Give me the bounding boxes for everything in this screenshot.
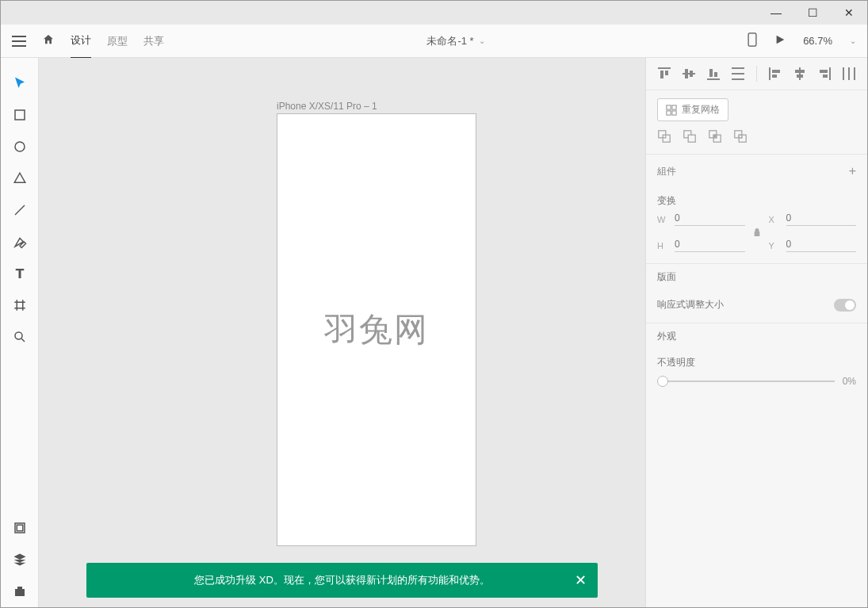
svg-rect-27 [797,75,803,78]
watermark-text: 羽兔网 [324,308,429,352]
layers-panel-icon[interactable] [1,544,39,575]
device-preview-icon[interactable] [748,33,757,49]
svg-rect-15 [690,71,693,77]
x-label: X [769,215,780,224]
svg-rect-16 [707,78,720,80]
responsive-resize-label: 响应式调整大小 [657,298,724,312]
align-row [646,58,867,90]
artboard-tool-icon[interactable] [1,289,39,321]
component-section: 組件 + [646,155,867,188]
svg-rect-9 [17,587,22,589]
hamburger-menu-icon[interactable] [12,36,26,47]
align-top-icon[interactable] [654,63,675,85]
svg-rect-23 [772,70,780,73]
align-vcenter-icon[interactable] [679,63,700,85]
svg-rect-35 [672,105,676,109]
svg-rect-7 [17,525,23,531]
text-tool-icon[interactable] [1,258,39,289]
tab-prototype[interactable]: 原型 [107,25,128,58]
svg-rect-21 [732,78,744,80]
window-close-button[interactable]: ✕ [831,1,867,25]
align-right-icon[interactable] [813,63,835,85]
pen-tool-icon[interactable] [1,226,39,258]
document-dropdown-icon[interactable]: ⌄ [479,36,485,45]
transform-section-title: 变换 [657,194,856,208]
svg-rect-14 [685,69,688,78]
window-minimize-button[interactable]: — [758,1,794,25]
document-title[interactable]: 未命名-1 * [426,34,473,48]
opacity-value[interactable]: 0% [843,376,856,387]
tab-design[interactable]: 设计 [71,24,91,59]
svg-rect-30 [823,75,828,78]
svg-rect-17 [709,69,713,77]
svg-rect-34 [667,105,671,109]
align-bottom-icon[interactable] [703,63,725,85]
y-input[interactable]: 0 [786,239,857,252]
bool-subtract-icon[interactable] [683,129,697,146]
opacity-slider[interactable] [657,380,835,382]
svg-rect-36 [667,110,671,114]
polygon-tool-icon[interactable] [1,163,39,194]
svg-rect-41 [688,135,695,142]
line-tool-icon[interactable] [1,194,39,226]
artboard[interactable]: 羽兔网 [277,113,476,546]
bool-add-icon[interactable] [657,129,671,146]
top-toolbar: 设计 原型 共享 未命名-1 * ⌄ 66.7% ⌄ [1,25,867,58]
svg-rect-39 [663,135,670,142]
window-maximize-button[interactable]: ☐ [794,1,831,25]
svg-rect-33 [854,67,855,80]
boolean-ops-row [657,129,856,146]
responsive-resize-toggle[interactable] [834,299,856,312]
repeat-grid-icon [666,105,677,116]
width-input[interactable]: 0 [675,212,745,226]
bool-exclude-icon[interactable] [733,129,748,146]
zoom-dropdown-icon[interactable]: ⌄ [850,36,856,45]
assets-panel-icon[interactable] [1,512,39,544]
tool-rail [1,58,39,607]
tab-share[interactable]: 共享 [143,25,164,58]
lock-aspect-icon[interactable] [751,228,763,237]
bool-intersect-icon[interactable] [708,129,722,146]
y-label: Y [769,241,780,250]
align-hcenter-icon[interactable] [790,63,811,85]
svg-rect-44 [713,135,717,138]
add-component-icon[interactable]: + [849,164,856,178]
layout-section-title: 版面 [657,270,856,284]
plugins-panel-icon[interactable] [1,575,39,607]
svg-rect-0 [748,33,756,46]
toast-message: 您已成功升级 XD。现在，您可以获得新计划的所有功能和优势。 [194,573,490,587]
svg-point-4 [15,332,22,339]
ellipse-tool-icon[interactable] [1,131,39,163]
x-input[interactable]: 0 [786,212,857,226]
home-icon[interactable] [42,33,55,49]
rectangle-tool-icon[interactable] [1,99,39,131]
repeat-grid-button[interactable]: 重复网格 [657,98,728,121]
svg-rect-24 [772,75,777,78]
svg-rect-31 [843,67,844,80]
play-icon[interactable] [774,34,786,48]
svg-point-2 [15,142,25,151]
toast-close-icon[interactable]: ✕ [575,572,587,589]
component-section-title: 組件 [657,165,676,178]
repeat-grid-label: 重复网格 [682,103,720,117]
height-label: H [657,241,668,250]
svg-rect-13 [683,73,695,75]
zoom-level[interactable]: 66.7% [803,35,832,47]
distribute-h-icon[interactable] [838,63,859,85]
svg-rect-8 [15,589,25,596]
svg-rect-19 [732,67,744,69]
svg-rect-28 [829,67,831,80]
svg-rect-12 [665,71,668,75]
appearance-section-title: 外观 [657,330,856,343]
window-titlebar: — ☐ ✕ [1,1,867,25]
height-input[interactable]: 0 [675,239,745,252]
canvas[interactable]: iPhone X/XS/11 Pro – 1 羽兔网 您已成功升级 XD。现在，… [39,58,645,607]
select-tool-icon[interactable] [1,67,39,99]
align-left-icon[interactable] [765,63,786,85]
transform-grid: W 0 X 0 H 0 Y 0 [646,208,867,264]
properties-panel: 重复网格 組件 + 变换 W 0 X 0 H 0 Y 0 [645,58,867,607]
distribute-v-icon[interactable] [727,63,748,85]
zoom-tool-icon[interactable] [1,321,39,353]
artboard-label[interactable]: iPhone X/XS/11 Pro – 1 [277,101,377,112]
svg-rect-22 [769,67,770,80]
